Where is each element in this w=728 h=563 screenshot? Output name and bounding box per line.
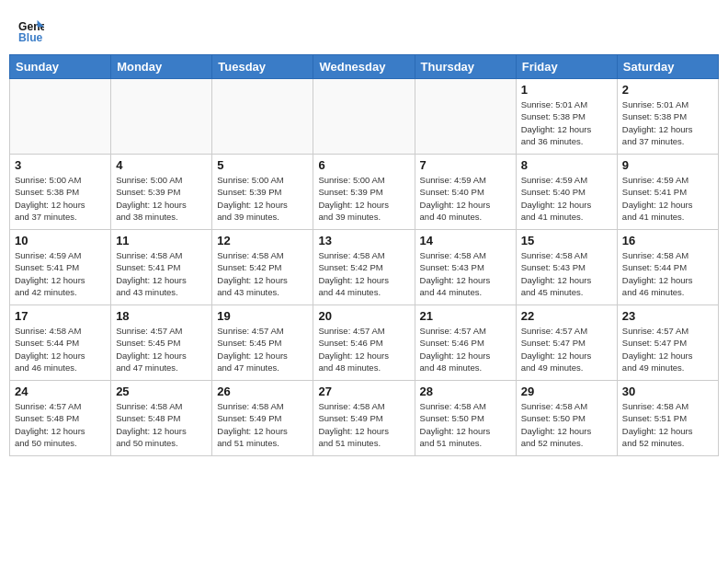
day-info: Sunrise: 4:57 AM Sunset: 5:46 PM Dayligh… [420,325,511,373]
day-number: 27 [318,385,409,398]
calendar-cell: 27Sunrise: 4:58 AM Sunset: 5:49 PM Dayli… [313,381,415,456]
weekday-header-friday: Friday [516,55,617,79]
logo-icon: General Blue [18,18,44,44]
day-number: 16 [622,234,713,247]
day-number: 6 [318,158,409,172]
day-number: 19 [217,309,308,323]
day-number: 23 [622,309,713,323]
weekday-header-monday: Monday [111,55,212,79]
day-number: 26 [217,385,308,398]
calendar-cell: 21Sunrise: 4:57 AM Sunset: 5:46 PM Dayli… [415,305,516,381]
day-number: 25 [116,385,207,398]
day-number: 24 [15,385,106,398]
calendar-cell: 11Sunrise: 4:58 AM Sunset: 5:41 PM Dayli… [111,230,212,305]
day-info: Sunrise: 4:57 AM Sunset: 5:45 PM Dayligh… [217,325,308,373]
day-number: 10 [15,234,106,247]
calendar-cell: 20Sunrise: 4:57 AM Sunset: 5:46 PM Dayli… [313,305,415,381]
weekday-header-saturday: Saturday [617,55,718,79]
day-number: 30 [622,385,713,398]
calendar-cell [212,79,313,155]
svg-text:Blue: Blue [18,31,43,44]
day-info: Sunrise: 4:58 AM Sunset: 5:50 PM Dayligh… [521,400,612,449]
calendar-cell: 8Sunrise: 4:59 AM Sunset: 5:40 PM Daylig… [516,155,617,230]
day-info: Sunrise: 4:58 AM Sunset: 5:44 PM Dayligh… [622,249,713,298]
day-number: 18 [116,309,207,323]
weekday-header-thursday: Thursday [415,55,516,79]
day-number: 14 [420,234,511,247]
day-number: 2 [622,83,713,97]
calendar-cell: 9Sunrise: 4:59 AM Sunset: 5:41 PM Daylig… [617,155,718,230]
calendar-cell: 29Sunrise: 4:58 AM Sunset: 5:50 PM Dayli… [516,381,617,456]
day-number: 22 [521,309,612,323]
day-info: Sunrise: 4:58 AM Sunset: 5:41 PM Dayligh… [116,249,207,298]
weekday-header-sunday: Sunday [10,55,111,79]
calendar-cell: 28Sunrise: 4:58 AM Sunset: 5:50 PM Dayli… [415,381,516,456]
week-row-5: 24Sunrise: 4:57 AM Sunset: 5:48 PM Dayli… [10,381,719,456]
day-number: 4 [116,158,207,172]
calendar-cell: 10Sunrise: 4:59 AM Sunset: 5:41 PM Dayli… [10,230,111,305]
day-info: Sunrise: 4:58 AM Sunset: 5:44 PM Dayligh… [15,325,106,373]
calendar-cell: 12Sunrise: 4:58 AM Sunset: 5:42 PM Dayli… [212,230,313,305]
calendar-cell: 13Sunrise: 4:58 AM Sunset: 5:42 PM Dayli… [313,230,415,305]
day-info: Sunrise: 4:58 AM Sunset: 5:48 PM Dayligh… [116,400,207,449]
day-info: Sunrise: 4:58 AM Sunset: 5:49 PM Dayligh… [217,400,308,449]
day-info: Sunrise: 5:00 AM Sunset: 5:39 PM Dayligh… [318,174,409,223]
day-info: Sunrise: 5:00 AM Sunset: 5:39 PM Dayligh… [116,174,207,223]
day-info: Sunrise: 4:58 AM Sunset: 5:51 PM Dayligh… [622,400,713,449]
day-info: Sunrise: 4:58 AM Sunset: 5:49 PM Dayligh… [318,400,409,449]
calendar-cell [111,79,212,155]
logo: General Blue [18,18,48,44]
calendar-cell: 4Sunrise: 5:00 AM Sunset: 5:39 PM Daylig… [111,155,212,230]
day-number: 9 [622,158,713,172]
calendar-cell: 16Sunrise: 4:58 AM Sunset: 5:44 PM Dayli… [617,230,718,305]
day-number: 1 [521,83,612,97]
day-info: Sunrise: 4:58 AM Sunset: 5:42 PM Dayligh… [318,249,409,298]
week-row-1: 1Sunrise: 5:01 AM Sunset: 5:38 PM Daylig… [10,79,719,155]
day-info: Sunrise: 4:57 AM Sunset: 5:46 PM Dayligh… [318,325,409,373]
weekday-header-row: SundayMondayTuesdayWednesdayThursdayFrid… [10,55,719,79]
calendar-cell: 2Sunrise: 5:01 AM Sunset: 5:38 PM Daylig… [617,79,718,155]
calendar-cell: 15Sunrise: 4:58 AM Sunset: 5:43 PM Dayli… [516,230,617,305]
calendar-cell: 14Sunrise: 4:58 AM Sunset: 5:43 PM Dayli… [415,230,516,305]
day-number: 8 [521,158,612,172]
day-number: 12 [217,234,308,247]
day-number: 13 [318,234,409,247]
calendar-cell: 3Sunrise: 5:00 AM Sunset: 5:38 PM Daylig… [10,155,111,230]
calendar-table: SundayMondayTuesdayWednesdayThursdayFrid… [9,54,719,456]
day-number: 21 [420,309,511,323]
day-info: Sunrise: 4:59 AM Sunset: 5:40 PM Dayligh… [521,174,612,223]
calendar-cell: 22Sunrise: 4:57 AM Sunset: 5:47 PM Dayli… [516,305,617,381]
day-info: Sunrise: 4:58 AM Sunset: 5:43 PM Dayligh… [521,249,612,298]
day-info: Sunrise: 4:59 AM Sunset: 5:41 PM Dayligh… [15,249,106,298]
calendar-cell: 24Sunrise: 4:57 AM Sunset: 5:48 PM Dayli… [10,381,111,456]
day-info: Sunrise: 4:58 AM Sunset: 5:50 PM Dayligh… [420,400,511,449]
week-row-2: 3Sunrise: 5:00 AM Sunset: 5:38 PM Daylig… [10,155,719,230]
day-number: 7 [420,158,511,172]
calendar-cell [10,79,111,155]
weekday-header-wednesday: Wednesday [313,55,415,79]
page-header: General Blue [9,9,719,49]
calendar-cell: 25Sunrise: 4:58 AM Sunset: 5:48 PM Dayli… [111,381,212,456]
day-info: Sunrise: 5:00 AM Sunset: 5:38 PM Dayligh… [15,174,106,223]
day-number: 28 [420,385,511,398]
week-row-3: 10Sunrise: 4:59 AM Sunset: 5:41 PM Dayli… [10,230,719,305]
day-number: 29 [521,385,612,398]
day-number: 17 [15,309,106,323]
calendar-cell: 7Sunrise: 4:59 AM Sunset: 5:40 PM Daylig… [415,155,516,230]
day-number: 5 [217,158,308,172]
calendar-cell: 30Sunrise: 4:58 AM Sunset: 5:51 PM Dayli… [617,381,718,456]
calendar-cell: 1Sunrise: 5:01 AM Sunset: 5:38 PM Daylig… [516,79,617,155]
calendar-cell [415,79,516,155]
calendar-cell: 26Sunrise: 4:58 AM Sunset: 5:49 PM Dayli… [212,381,313,456]
day-number: 15 [521,234,612,247]
calendar-cell: 19Sunrise: 4:57 AM Sunset: 5:45 PM Dayli… [212,305,313,381]
day-info: Sunrise: 4:57 AM Sunset: 5:47 PM Dayligh… [521,325,612,373]
day-info: Sunrise: 4:59 AM Sunset: 5:40 PM Dayligh… [420,174,511,223]
week-row-4: 17Sunrise: 4:58 AM Sunset: 5:44 PM Dayli… [10,305,719,381]
calendar-cell [313,79,415,155]
day-info: Sunrise: 5:01 AM Sunset: 5:38 PM Dayligh… [521,98,612,147]
day-number: 11 [116,234,207,247]
calendar-cell: 23Sunrise: 4:57 AM Sunset: 5:47 PM Dayli… [617,305,718,381]
calendar-cell: 17Sunrise: 4:58 AM Sunset: 5:44 PM Dayli… [10,305,111,381]
day-info: Sunrise: 4:59 AM Sunset: 5:41 PM Dayligh… [622,174,713,223]
